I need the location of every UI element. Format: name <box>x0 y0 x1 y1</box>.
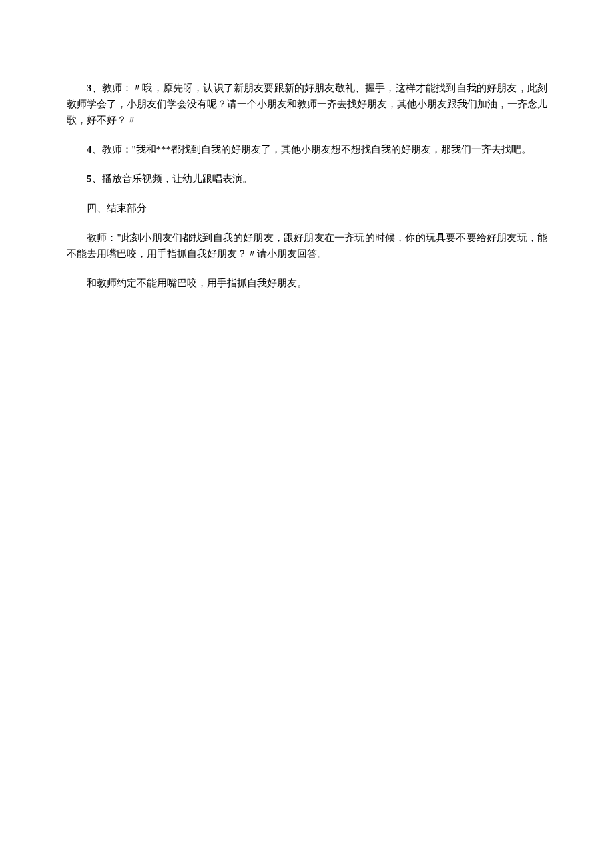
item-number-4: 4 <box>87 144 92 155</box>
paragraph-teacher-question-text: 教师："此刻小朋友们都找到自我的好朋友，跟好朋友在一齐玩的时候，你的玩具要不要给… <box>67 232 547 259</box>
item-number-5: 5 <box>87 173 92 184</box>
paragraph-agreement-text: 和教师约定不能用嘴巴咬，用手指抓自我好朋友。 <box>87 278 307 288</box>
item-number-3: 3 <box>87 83 92 93</box>
paragraph-teacher-question: 教师："此刻小朋友们都找到自我的好朋友，跟好朋友在一齐玩的时候，你的玩具要不要给… <box>67 230 547 262</box>
paragraph-4-text: 、教师："我和***都找到自我的好朋友了，其他小朋友想不想找自我的好朋友，那我们… <box>92 144 532 155</box>
paragraph-5: 5、播放音乐视频，让幼儿跟唱表演。 <box>67 171 547 187</box>
paragraph-4: 4、教师："我和***都找到自我的好朋友了，其他小朋友想不想找自我的好朋友，那我… <box>67 141 547 157</box>
section-heading-4: 四、结束部分 <box>67 200 547 216</box>
paragraph-agreement: 和教师约定不能用嘴巴咬，用手指抓自我好朋友。 <box>67 275 547 291</box>
section-heading-4-text: 四、结束部分 <box>87 203 147 213</box>
paragraph-3-text: 、教师：〃哦，原先呀，认识了新朋友要跟新的好朋友敬礼、握手，这样才能找到自我的好… <box>67 83 547 125</box>
paragraph-5-text: 、播放音乐视频，让幼儿跟唱表演。 <box>92 173 252 184</box>
paragraph-3: 3、教师：〃哦，原先呀，认识了新朋友要跟新的好朋友敬礼、握手，这样才能找到自我的… <box>67 80 547 128</box>
